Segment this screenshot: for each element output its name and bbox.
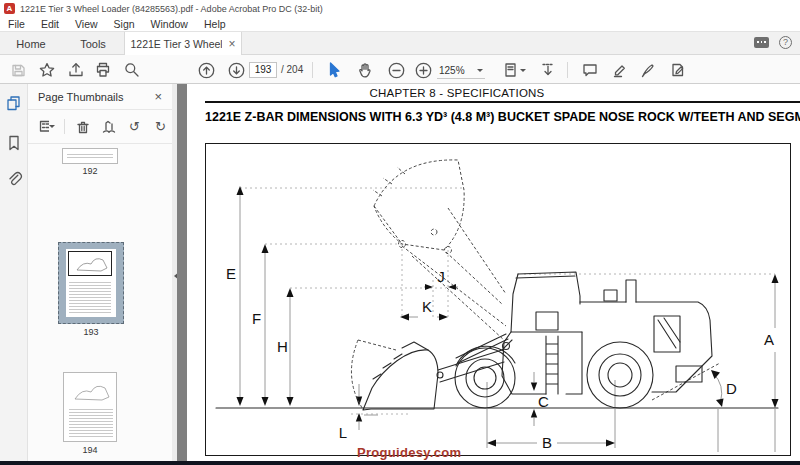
dim-label-F: F xyxy=(252,310,261,327)
zoom-in-button[interactable] xyxy=(413,60,433,80)
panel-toolbar: ↺ ↻ xyxy=(28,110,172,144)
options-list-icon xyxy=(38,118,49,135)
zoom-out-button[interactable] xyxy=(386,60,406,80)
insert-pages-button[interactable] xyxy=(100,118,117,135)
fill-sign-button[interactable] xyxy=(668,60,688,80)
zoom-level-dropdown[interactable]: 125% xyxy=(437,62,485,79)
select-tool-button[interactable] xyxy=(324,60,344,80)
watermark: Proguidesy.com xyxy=(357,445,461,460)
dim-label-L: L xyxy=(339,424,347,441)
thumbnail-figure xyxy=(65,377,117,405)
tab-home[interactable]: Home xyxy=(0,32,62,55)
chapter-header: CHAPTER 8 - SPECIFICATIONS xyxy=(207,87,707,99)
fountain-pen-icon xyxy=(639,61,657,79)
arrow-down-circle-icon xyxy=(227,61,246,80)
previous-page-button[interactable] xyxy=(196,60,216,80)
tab-tools[interactable]: Tools xyxy=(62,32,124,55)
comment-button[interactable] xyxy=(580,60,600,80)
dim-label-K: K xyxy=(422,298,432,315)
find-button[interactable] xyxy=(122,60,142,80)
page-thumbnails-panel: Page Thumbnails × ↺ ↻ 192 xyxy=(28,84,172,461)
trash-icon xyxy=(75,119,91,135)
print-button[interactable] xyxy=(93,60,113,80)
page-view-dropdown[interactable] xyxy=(499,60,529,80)
bubble-dots xyxy=(757,41,766,43)
minus-circle-icon xyxy=(387,61,406,80)
thumbnail-page xyxy=(66,249,116,317)
fit-width-icon xyxy=(539,61,557,79)
delete-pages-button[interactable] xyxy=(74,118,91,135)
thumbnail-label-192: 192 xyxy=(62,166,118,176)
wheel-loader-diagram: E F H A B C D J K L xyxy=(206,144,789,454)
panel-divider xyxy=(64,119,65,134)
share-button[interactable] xyxy=(66,60,86,80)
dim-label-D: D xyxy=(726,380,737,397)
save-icon xyxy=(10,62,27,79)
toolbar-divider xyxy=(312,62,313,78)
sign-button[interactable] xyxy=(638,60,658,80)
menu-bar: File Edit View Sign Window Help xyxy=(0,17,800,31)
menu-view[interactable]: View xyxy=(67,18,106,30)
bookmarks-panel-button[interactable] xyxy=(5,134,23,152)
thumbnail-list: 192 193 194 xyxy=(28,144,172,461)
highlight-button[interactable] xyxy=(610,60,630,80)
tab-bar: Home Tools 1221E Tier 3 Wheel... × ? xyxy=(0,31,800,55)
menu-file[interactable]: File xyxy=(0,18,33,30)
attachments-panel-button[interactable] xyxy=(5,170,23,188)
notifications-bubble-icon[interactable] xyxy=(754,37,769,48)
rotate-left-button[interactable]: ↺ xyxy=(126,118,143,135)
dim-label-J: J xyxy=(437,268,445,285)
fit-width-button[interactable] xyxy=(538,60,558,80)
page-thumbnails-icon xyxy=(5,94,23,112)
hand-icon xyxy=(356,61,374,79)
navigation-pane-strip xyxy=(0,84,28,461)
panel-title: Page Thumbnails xyxy=(38,91,123,103)
dim-label-A: A xyxy=(764,331,774,348)
hand-tool-button[interactable] xyxy=(355,60,375,80)
menu-window[interactable]: Window xyxy=(143,18,196,30)
highlighter-icon xyxy=(611,61,629,79)
menu-edit[interactable]: Edit xyxy=(33,18,67,30)
dim-label-B: B xyxy=(542,434,552,451)
chevron-down-icon xyxy=(49,125,55,131)
window-title: 1221E Tier 3 Wheel Loader (84285563).pdf… xyxy=(20,4,323,14)
dimensions-figure: E F H A B C D J K L xyxy=(205,143,791,456)
insert-pages-icon xyxy=(101,119,117,135)
page-number-input[interactable]: 193 xyxy=(249,62,277,78)
help-icon[interactable]: ? xyxy=(779,36,792,49)
paperclip-icon xyxy=(5,170,23,188)
plus-circle-icon xyxy=(414,61,433,80)
rotate-right-button[interactable]: ↻ xyxy=(152,118,169,135)
toolbar-divider xyxy=(567,62,568,78)
comment-bubble-icon xyxy=(581,61,599,79)
thumbnail-options-button[interactable] xyxy=(38,118,55,135)
thumbnail-page-192[interactable] xyxy=(62,148,118,164)
menu-sign[interactable]: Sign xyxy=(106,18,143,30)
menu-help[interactable]: Help xyxy=(196,18,234,30)
thumbnail-label-193: 193 xyxy=(58,327,124,337)
title-bar: A 1221E Tier 3 Wheel Loader (84285563).p… xyxy=(0,0,800,17)
chevron-down-icon xyxy=(520,69,526,75)
panel-close-icon[interactable]: × xyxy=(154,89,162,104)
chapter-rule xyxy=(205,101,800,103)
pdf-page-193: CHAPTER 8 - SPECIFICATIONS 1221E Z-BAR D… xyxy=(187,84,800,461)
thumbnail-table xyxy=(69,407,113,437)
page-thumbnails-panel-button[interactable] xyxy=(5,94,23,112)
edit-page-icon xyxy=(669,61,687,79)
page-count-label: / 204 xyxy=(281,64,303,75)
tab-document-label: 1221E Tier 3 Wheel... xyxy=(130,38,222,50)
save-button[interactable] xyxy=(8,60,28,80)
tab-document[interactable]: 1221E Tier 3 Wheel... × xyxy=(124,32,242,56)
thumbnail-page-193-selected[interactable] xyxy=(58,242,124,324)
favorites-star-button[interactable] xyxy=(37,60,57,80)
document-section-title: 1221E Z-BAR DIMENSIONS WITH 6.3 YD³ (4.8… xyxy=(205,110,800,124)
document-canvas: CHAPTER 8 - SPECIFICATIONS 1221E Z-BAR D… xyxy=(177,84,800,461)
dim-label-H: H xyxy=(277,338,288,355)
panel-header: Page Thumbnails × xyxy=(28,84,172,110)
thumbnail-page-194[interactable] xyxy=(63,372,117,442)
thumbnail-label-194: 194 xyxy=(63,445,117,455)
dim-label-C: C xyxy=(538,393,549,410)
star-icon xyxy=(38,61,56,79)
next-page-button[interactable] xyxy=(226,60,246,80)
tab-close-icon[interactable]: × xyxy=(228,39,235,49)
